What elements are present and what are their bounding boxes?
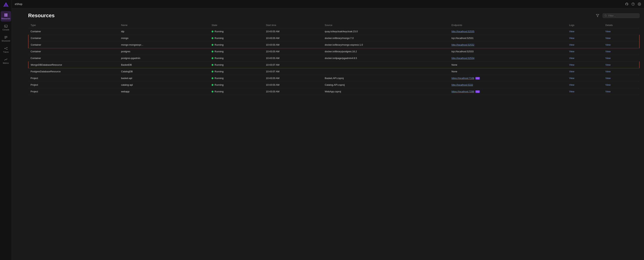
status-dot [212,84,214,86]
logs-view-link[interactable]: View [569,43,574,46]
svg-rect-9 [4,37,8,38]
status-running: Running [212,57,262,60]
details-view-link[interactable]: View [605,43,610,46]
cell-logs: View [567,68,603,75]
details-view-link[interactable]: View [605,37,610,40]
table-header-row: Type Name State Start time Source Endpoi… [28,22,639,28]
topbar-icons [625,3,641,6]
sidebar-item-traces-label: Traces [3,51,8,53]
search-input[interactable] [608,14,638,17]
logs-view-link[interactable]: View [569,57,574,60]
details-view-link[interactable]: View [605,90,610,93]
cell-source: docker.io/library/mongo:7.0 [322,35,449,42]
logs-view-link[interactable]: View [569,70,574,73]
svg-line-21 [606,16,606,16]
logs-view-link[interactable]: View [569,63,574,66]
cell-details: View [603,28,639,35]
cell-endpoints: https://localhost:7106+1 [449,75,567,82]
svg-rect-5 [6,15,8,17]
logs-view-link[interactable]: View [569,37,574,40]
cell-details: View [603,55,639,62]
sidebar-item-metrics[interactable]: Metrics [1,56,11,66]
col-header-name: Name [119,22,209,28]
table-row: PostgresDatabaseResourceCatalogDBRunning… [28,68,639,75]
cell-endpoints: None [449,68,567,75]
table-row: Containerpostgres-pgadminRunning10:43:03… [28,55,639,62]
details-view-link[interactable]: View [605,57,610,60]
cell-name: mongo-mongoexpr... [119,42,209,48]
status-label: Running [214,70,224,73]
cell-logs: View [567,88,603,95]
logs-view-link[interactable]: View [569,50,574,53]
col-header-details: Details [603,22,639,28]
github-icon[interactable] [625,3,628,6]
cell-name: CatalogDB [119,68,209,75]
cell-type: Project [28,75,119,82]
col-header-state: State [209,22,264,28]
cell-source: Basket.API.csproj [322,75,449,82]
logs-view-link[interactable]: View [569,90,574,93]
status-label: Running [214,83,224,86]
status-dot [212,91,214,92]
cell-endpoints: http://localhost:52534 [449,55,567,62]
console-icon [4,24,8,28]
status-label: Running [214,63,224,66]
details-view-link[interactable]: View [605,77,610,80]
logs-view-link[interactable]: View [569,30,574,33]
endpoint-link[interactable]: https://localhost:7106 [452,77,474,80]
filter-button[interactable] [595,13,600,18]
cell-endpoints: https://localhost:7298+1 [449,88,567,95]
endpoint-link[interactable]: http://localhost:5222 [452,83,473,86]
logs-view-link[interactable]: View [569,77,574,80]
details-view-link[interactable]: View [605,70,610,73]
status-running: Running [212,50,262,53]
endpoint-plus-badge[interactable]: +1 [475,77,480,80]
header-actions [595,13,640,18]
details-view-link[interactable]: View [605,30,610,33]
logs-view-link[interactable]: View [569,83,574,86]
help-icon[interactable] [632,3,635,6]
endpoint-plus-badge[interactable]: +1 [475,90,480,93]
endpoint-link[interactable]: http://localhost:52535 [452,30,474,33]
sidebar-item-resources[interactable]: Resources [1,11,11,22]
endpoint-link[interactable]: http://localhost:52534 [452,57,474,60]
status-dot [212,77,214,79]
sidebar-item-console[interactable]: Console [1,22,11,33]
filter-icon [596,14,599,17]
cell-start-time: 10:43:03 AM [264,88,322,95]
cell-state: Running [209,75,264,82]
cell-start-time: 10:43:03 AM [264,28,322,35]
status-dot [212,31,214,33]
cell-name: postgres-pgadmin [119,55,209,62]
app-title: eShop [15,3,625,6]
cell-state: Running [209,62,264,68]
status-dot [212,57,214,59]
cell-name: idp [119,28,209,35]
endpoint-link[interactable]: https://localhost:7298 [452,90,474,93]
status-running: Running [212,63,262,66]
details-view-link[interactable]: View [605,50,610,53]
sidebar-item-traces[interactable]: Traces [1,45,11,55]
endpoint-link[interactable]: http://localhost:52532 [452,43,474,46]
cell-details: View [603,42,639,48]
svg-rect-3 [6,14,8,15]
cell-type: PostgresDatabaseResource [28,68,119,75]
status-running: Running [212,43,262,46]
sidebar-item-structured[interactable]: Structured [1,33,11,44]
cell-details: View [603,62,639,68]
cell-name: mongo [119,35,209,42]
sidebar-item-structured-label: Structured [2,40,10,42]
details-view-link[interactable]: View [605,83,610,86]
settings-icon[interactable] [638,3,641,6]
cell-type: Project [28,88,119,95]
cell-logs: View [567,42,603,48]
status-running: Running [212,30,262,33]
table-row: Projectcatalog-apiRunning10:43:03 AMCata… [28,82,639,88]
svg-point-18 [639,4,640,5]
status-label: Running [214,30,224,33]
details-view-link[interactable]: View [605,63,610,66]
cell-logs: View [567,55,603,62]
cell-source: quay.io/keycloak/keycloak:23.0 [322,28,449,35]
cell-state: Running [209,35,264,42]
cell-endpoints: http://localhost:52532 [449,42,567,48]
